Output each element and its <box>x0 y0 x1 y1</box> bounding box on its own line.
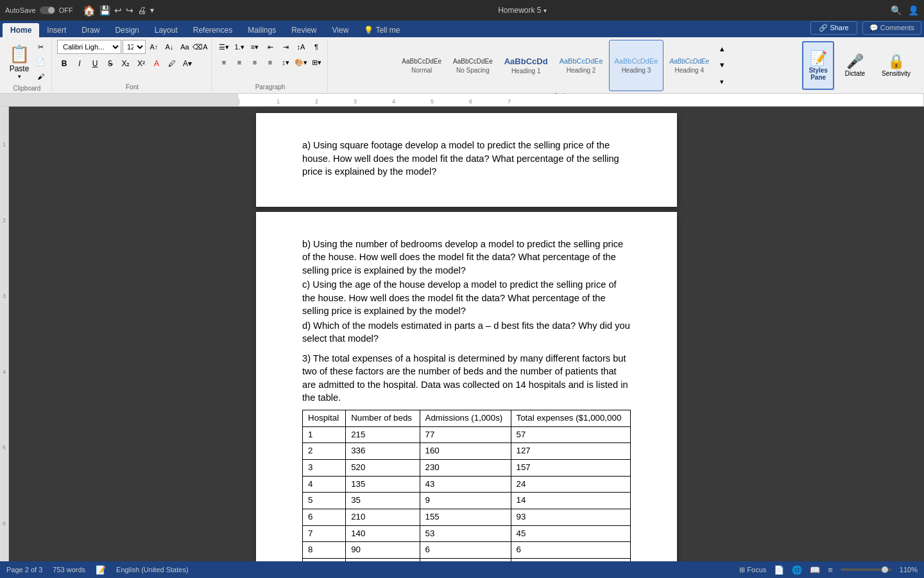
title-bar: AutoSave OFF 🏠 💾 ↩ ↪ 🖨 ▾ Homework 5 ▾ 🔍 … <box>0 0 924 21</box>
shading-button[interactable]: A▾ <box>180 57 194 71</box>
tab-insert[interactable]: Insert <box>39 23 74 37</box>
ruler-left <box>0 94 237 106</box>
paste-button[interactable]: 📋 Paste ▾ <box>6 43 32 81</box>
font-family-select[interactable]: Calibri Ligh... <box>57 40 121 54</box>
format-painter-button[interactable]: 🖌 <box>33 69 47 83</box>
tab-view[interactable]: View <box>325 23 357 37</box>
case-button[interactable]: Aa <box>178 40 192 54</box>
strikethrough-button[interactable]: S̶ <box>103 57 117 71</box>
focus-label[interactable]: ⊞ Focus <box>739 566 766 574</box>
dictate-button[interactable]: 🎤 Dictate <box>839 41 871 90</box>
style-heading4-label: Heading 4 <box>674 67 704 74</box>
text-2c: c) Using the age of the house develop a … <box>302 278 631 318</box>
title-chevron[interactable]: ▾ <box>543 7 547 14</box>
style-normal[interactable]: AaBbCcDdEe Normal <box>396 40 447 91</box>
share-button[interactable]: 🔗 Share <box>810 21 857 35</box>
increase-indent-button[interactable]: ⇥ <box>278 40 293 54</box>
justify-button[interactable]: ≡ <box>263 55 277 69</box>
autosave-state: OFF <box>59 6 73 14</box>
align-left-button[interactable]: ≡ <box>217 55 231 69</box>
user-icon[interactable]: 👤 <box>908 5 919 15</box>
tab-review[interactable]: Review <box>284 23 324 37</box>
zoom-slider[interactable] <box>841 568 892 571</box>
multilevel-button[interactable]: ≡▾ <box>248 40 262 54</box>
styles-pane-label: StylesPane <box>809 67 827 81</box>
tab-tellme[interactable]: 💡 Tell me <box>356 23 407 37</box>
style-heading1-label: Heading 1 <box>511 67 541 74</box>
subscript-button[interactable]: X₂ <box>119 57 133 71</box>
print-icon[interactable]: 🖨 <box>137 5 146 15</box>
bold-button[interactable]: B <box>57 57 71 71</box>
style-heading3[interactable]: AaBbCcDdEe Heading 3 <box>609 40 664 91</box>
styles-more-button[interactable]: ▲▼▾ <box>715 40 729 91</box>
styles-pane-button[interactable]: 📝 StylesPane <box>802 41 834 90</box>
view-print-icon[interactable]: 📄 <box>774 565 784 575</box>
tab-layout[interactable]: Layout <box>147 23 185 37</box>
view-web-icon[interactable]: 🌐 <box>792 565 802 575</box>
shrink-font-button[interactable]: A↓ <box>162 40 176 54</box>
style-normal-label: Normal <box>411 67 432 74</box>
zoom-level[interactable]: 110% <box>900 566 918 574</box>
style-heading3-preview: AaBbCcDdEe <box>615 57 658 66</box>
sort-button[interactable]: ↕A <box>294 40 308 54</box>
paragraph-label: Paragraph <box>255 82 286 91</box>
undo-icon[interactable]: ↩ <box>114 5 122 15</box>
styles-swatches: AaBbCcDdEe Normal AaBbCcDdEe No Spacing … <box>396 40 729 91</box>
numbering-button[interactable]: 1.▾ <box>232 40 246 54</box>
show-marks-button[interactable]: ¶ <box>309 40 323 54</box>
style-heading4-preview: AaBbCcDdEe <box>669 58 709 66</box>
clear-format-button[interactable]: ⌫A <box>193 40 207 54</box>
bullets-button[interactable]: ☰▾ <box>217 40 231 54</box>
style-heading1[interactable]: AaBbCcDd Heading 1 <box>499 40 554 91</box>
proofing-icon[interactable]: 📝 <box>96 565 106 575</box>
autosave-toggle[interactable] <box>40 6 55 14</box>
text-block-1a: a) Using square footage develop a model … <box>302 139 631 179</box>
copy-button[interactable]: 📄 <box>33 55 47 69</box>
tab-design[interactable]: Design <box>107 23 146 37</box>
ruler: | 1 2 3 4 5 6 7 <box>0 94 924 107</box>
ribbon-bar: 📋 Paste ▾ ✂ 📄 🖌 Clipboard Calibri Ligh..… <box>0 37 924 94</box>
tab-references[interactable]: References <box>185 23 240 37</box>
view-read-icon[interactable]: 📖 <box>810 565 820 575</box>
search-icon[interactable]: 🔍 <box>891 5 902 15</box>
decrease-indent-button[interactable]: ⇤ <box>263 40 277 54</box>
view-outline-icon[interactable]: ≡ <box>828 565 833 575</box>
redo-icon[interactable]: ↪ <box>126 5 133 15</box>
cut-button[interactable]: ✂ <box>33 40 47 54</box>
save-icon[interactable]: 💾 <box>99 5 110 15</box>
home-icon[interactable]: 🏠 <box>83 4 96 17</box>
zoom-thumb <box>882 566 888 573</box>
underline-button[interactable]: U <box>88 57 102 71</box>
sensitivity-icon: 🔒 <box>887 53 905 70</box>
italic-button[interactable]: I <box>73 57 87 71</box>
clipboard-label: Clipboard <box>13 83 41 92</box>
text-2b: b) Using the number of bedrooms develop … <box>302 238 631 277</box>
tab-home[interactable]: Home <box>3 23 39 37</box>
status-bar: Page 2 of 3 753 words 📝 English (United … <box>0 561 924 578</box>
tab-mailings[interactable]: Mailings <box>240 23 284 37</box>
font-color-button[interactable]: A <box>150 57 164 71</box>
font-label: Font <box>126 82 139 91</box>
borders-button[interactable]: ⊞▾ <box>309 55 323 69</box>
line-spacing-button[interactable]: ↕▾ <box>278 55 293 69</box>
highlight-button[interactable]: 🖊 <box>165 57 179 71</box>
shading-para-button[interactable]: 🎨▾ <box>294 55 308 69</box>
style-heading2[interactable]: AaBbCcDdEe Heading 2 <box>554 40 609 91</box>
comments-button[interactable]: 💬 Comments <box>862 21 921 35</box>
grow-font-button[interactable]: A↑ <box>147 40 161 54</box>
page-main: b) Using the number of bedrooms develop … <box>256 212 677 561</box>
paragraph-group: ☰▾ 1.▾ ≡▾ ⇤ ⇥ ↕A ¶ ≡ ≡ ≡ ≡ ↕▾ 🎨▾ ⊞▾ Para… <box>213 39 328 92</box>
superscript-button[interactable]: X² <box>134 57 148 71</box>
font-size-select[interactable]: 12 <box>123 40 146 54</box>
style-no-spacing-label: No Spacing <box>456 67 490 74</box>
tab-draw[interactable]: Draw <box>74 23 107 37</box>
align-center-button[interactable]: ≡ <box>232 55 246 69</box>
paste-icon: 📋 <box>9 44 30 64</box>
style-heading4[interactable]: AaBbCcDdEe Heading 4 <box>663 40 715 91</box>
style-no-spacing[interactable]: AaBbCcDdEe No Spacing <box>447 40 499 91</box>
main-area: 1 2 3 4 5 6 a) Using square footage deve… <box>0 107 924 561</box>
page-info: Page 2 of 3 <box>6 566 42 574</box>
table-header-row: Hospital Number of beds Admissions (1,00… <box>303 410 631 426</box>
align-right-button[interactable]: ≡ <box>248 55 262 69</box>
sensitivity-button[interactable]: 🔒 Sensitivity <box>876 41 916 90</box>
